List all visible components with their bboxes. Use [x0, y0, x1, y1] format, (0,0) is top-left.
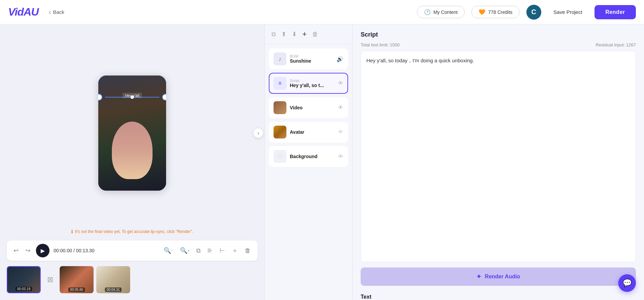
layer-name-background: Background: [290, 154, 335, 159]
timeline-clip-2[interactable]: 00:04.31: [96, 266, 130, 293]
overlay-text-label: Hey y'all: [122, 93, 142, 98]
clip-time-2: 00:04.31: [105, 287, 122, 292]
total-limit-label: Total text limit: 1500: [361, 42, 400, 47]
layer-name-script: Hey y'all, so t...: [290, 83, 335, 88]
timeline-row: 00:03.19 ⊠ 00:05.80 00:04.31: [7, 266, 258, 293]
clone-button[interactable]: ⧉: [195, 246, 202, 256]
add-layer-button[interactable]: +: [301, 28, 308, 40]
user-avatar[interactable]: C: [526, 5, 541, 20]
send-backward-button[interactable]: ⬇: [290, 29, 298, 39]
split-button[interactable]: ⊪: [206, 245, 214, 256]
credits-button[interactable]: 🧡 778 Credits: [471, 6, 520, 18]
layer-name-avatar: Avatar: [290, 129, 335, 135]
middle-panel: ⧉ ⬆ ⬇ + 🗑 ♪ BGM Sunshine 🔊 ≡ Script: [264, 24, 353, 300]
layer-item-bgm[interactable]: ♪ BGM Sunshine 🔊: [269, 48, 348, 69]
layer-item-background[interactable]: □ Background 👁: [269, 146, 348, 167]
script-header: Script: [353, 24, 644, 42]
layers-list: ♪ BGM Sunshine 🔊 ≡ Script Hey y'all, so …: [265, 44, 352, 171]
save-project-button[interactable]: Save Project: [548, 6, 588, 18]
zoom-out-button[interactable]: 🔍−: [162, 245, 175, 256]
sparkle-icon: ✦: [476, 273, 481, 280]
layer-thumb-video: [274, 101, 286, 114]
copy-layer-button[interactable]: ⧉: [270, 29, 277, 39]
delete-clip-button[interactable]: 🗑: [243, 246, 252, 256]
layer-icon-background: □: [274, 150, 286, 163]
script-textarea[interactable]: [361, 51, 636, 262]
render-button[interactable]: Render: [595, 5, 636, 19]
time-separator: /: [73, 248, 76, 253]
layer-item-video[interactable]: Video 👁: [269, 97, 348, 118]
layer-type-bgm: BGM: [290, 54, 333, 58]
back-button[interactable]: Back: [49, 8, 64, 16]
layer-info-avatar: Avatar: [290, 129, 335, 135]
layer-name-bgm: Sunshine: [290, 58, 333, 64]
chat-icon: 💬: [623, 279, 632, 287]
drag-handle-right[interactable]: [162, 94, 166, 101]
avatar-letter: C: [531, 8, 536, 16]
residual-label: Residual input: 1267: [596, 42, 636, 47]
text-overlay-bar[interactable]: Hey y'all: [98, 92, 166, 102]
insert-button[interactable]: ⊢: [218, 245, 226, 256]
layer-icon-script: ≡: [274, 77, 286, 90]
undo-button[interactable]: ↩: [12, 245, 20, 256]
clock-icon: 🕐: [424, 9, 431, 15]
warning-message: ℹ It's not the final video yet, To get a…: [71, 229, 193, 234]
drag-handle-left[interactable]: [98, 94, 102, 101]
layer-info-bgm: BGM Sunshine: [290, 54, 333, 64]
render-audio-button[interactable]: ✦ Render Audio: [361, 267, 636, 286]
layer-name-video: Video: [290, 105, 335, 110]
transition-0[interactable]: ⊠: [43, 266, 57, 293]
panel-collapse-arrow[interactable]: ›: [254, 128, 263, 138]
my-content-label: My Content: [434, 9, 458, 15]
warning-icon: ℹ: [71, 229, 73, 234]
text-section-label: Text: [353, 291, 644, 300]
layer-thumb-avatar: [274, 126, 286, 138]
layer-info-background: Background: [290, 154, 335, 159]
video-preview-area: Hey y'all ℹ It's not the final video yet…: [7, 31, 258, 235]
main-content: Hey y'all ℹ It's not the final video yet…: [0, 24, 644, 300]
clip-time-0: 00:03.19: [16, 287, 32, 291]
timeline-clip-1[interactable]: 00:05.80: [60, 266, 94, 293]
back-label: Back: [53, 9, 64, 15]
redo-button[interactable]: ↪: [24, 245, 32, 256]
layer-eye-avatar[interactable]: 👁: [338, 129, 343, 135]
clip-time-1: 00:05.80: [68, 287, 85, 292]
bring-forward-button[interactable]: ⬆: [280, 29, 288, 39]
delete-layer-button[interactable]: 🗑: [311, 29, 320, 39]
playback-controls: ↩ ↪ ▶ 00:00.00 / 00:13.30 🔍− 🔍+ ⧉ ⊪ ⊢ ＋ …: [7, 240, 258, 261]
layer-eye-bgm[interactable]: 🔊: [337, 56, 343, 62]
app-logo: VidAU: [8, 6, 39, 18]
time-display: 00:00.00 / 00:13.30: [54, 248, 95, 253]
layer-type-script: Script: [290, 79, 335, 83]
header: VidAU Back 🕐 My Content 🧡 778 Credits C …: [0, 0, 644, 24]
layer-item-avatar[interactable]: Avatar 👁: [269, 122, 348, 143]
warning-text: It's not the final video yet, To get acc…: [75, 229, 193, 234]
total-time: 00:13.30: [76, 248, 95, 253]
current-time: 00:00.00: [54, 248, 72, 253]
my-content-button[interactable]: 🕐 My Content: [417, 6, 465, 18]
layer-info-script: Script Hey y'all, so t...: [290, 79, 335, 88]
layer-eye-video[interactable]: 👁: [338, 105, 343, 111]
layer-toolbar: ⧉ ⬆ ⬇ + 🗑: [265, 24, 352, 44]
layer-eye-script[interactable]: 👁: [338, 80, 343, 86]
timeline-clip-0[interactable]: 00:03.19: [7, 266, 41, 293]
video-frame: Hey y'all: [98, 76, 166, 191]
add-clip-button[interactable]: ＋: [230, 245, 239, 256]
layer-eye-background[interactable]: 👁: [338, 153, 343, 159]
layer-item-script[interactable]: ≡ Script Hey y'all, so t... 👁: [269, 73, 348, 94]
zoom-in-button[interactable]: 🔍+: [179, 245, 191, 256]
text-overlay-line: Hey y'all: [105, 97, 159, 98]
layer-icon-bgm: ♪: [274, 52, 286, 65]
chat-bubble-button[interactable]: 💬: [618, 274, 636, 292]
left-panel: Hey y'all ℹ It's not the final video yet…: [0, 24, 264, 300]
heart-icon: 🧡: [479, 9, 485, 15]
right-panel: Script Total text limit: 1500 Residual i…: [353, 24, 644, 300]
video-frame-inner: Hey y'all: [98, 76, 166, 191]
credits-label: 778 Credits: [488, 9, 512, 15]
play-button[interactable]: ▶: [36, 244, 49, 257]
script-meta: Total text limit: 1500 Residual input: 1…: [353, 42, 644, 51]
layer-info-video: Video: [290, 105, 335, 110]
render-audio-label: Render Audio: [485, 274, 520, 280]
